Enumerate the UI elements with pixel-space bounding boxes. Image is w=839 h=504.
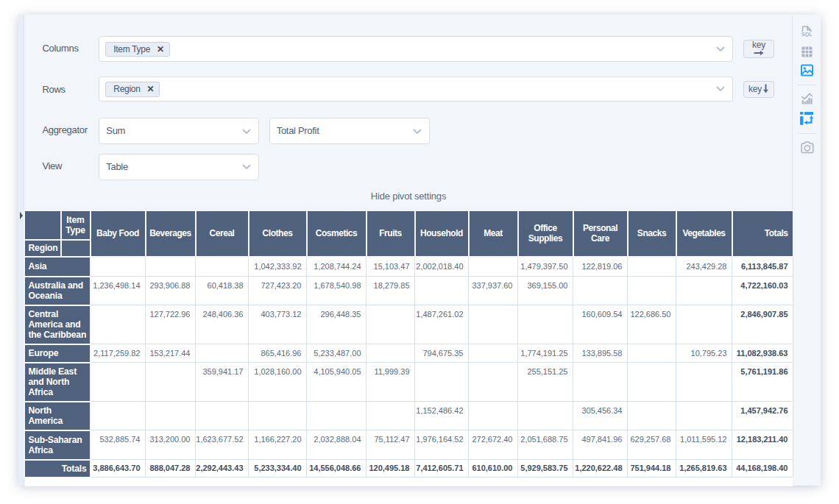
svg-text:SQL: SQL bbox=[801, 32, 813, 37]
